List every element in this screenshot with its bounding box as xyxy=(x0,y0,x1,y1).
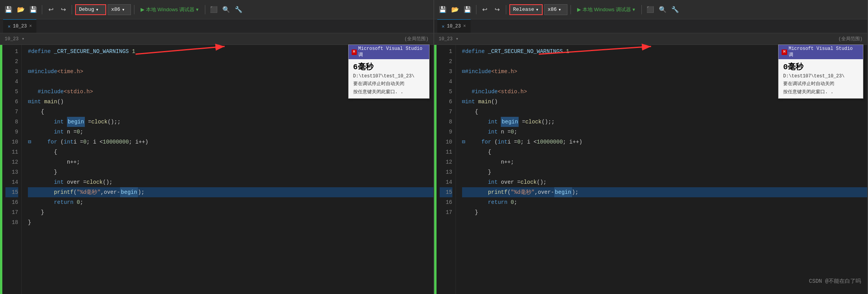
r-save-icon[interactable]: 💾 xyxy=(462,4,473,15)
right-location-bar: 10_23 ▾ (全局范围) xyxy=(434,33,868,45)
right-line-numbers: 1 2 3 4 5 6 7 8 9 10 11 12 13 14 15 16 1… xyxy=(437,45,456,294)
r-tools-icon[interactable]: 🔧 xyxy=(670,4,681,15)
r-separator-2 xyxy=(506,5,506,14)
right-popup-line1: D:\test107\test_10_23\ xyxy=(783,74,858,79)
popup-icon: M xyxy=(352,50,357,55)
right-line-12: n++; xyxy=(462,157,868,167)
left-line-17: } xyxy=(28,207,433,217)
right-location-path: 10_23 xyxy=(439,36,453,42)
right-line-14: int over = clock(); xyxy=(462,177,868,187)
watch-icon[interactable]: 🔍 xyxy=(221,4,232,15)
r-separator-1 xyxy=(476,5,476,14)
undo-icon[interactable]: ↩ xyxy=(45,4,56,15)
r-separator-3 xyxy=(571,5,571,14)
r-run-dropdown-icon: ▾ xyxy=(633,7,635,12)
left-location-chevron: ▾ xyxy=(22,36,24,42)
arch-label-right: x86 xyxy=(548,7,557,12)
left-tab-close[interactable]: × xyxy=(29,24,32,29)
r-redo-icon[interactable]: ↪ xyxy=(492,4,503,15)
right-popup-line3: 按任意键关闭此窗口. . xyxy=(783,89,858,95)
breakpoint-icon[interactable]: ⬛ xyxy=(208,4,219,15)
right-line-16: return 0; xyxy=(462,197,868,207)
tools-icon[interactable]: 🔧 xyxy=(233,4,244,15)
kw-define: #define xyxy=(28,46,51,56)
watermark: CSDN @不能在白了吗 xyxy=(809,278,861,285)
left-line-16: return 0; xyxy=(28,197,433,207)
config-dropdown-right[interactable]: Release ▾ xyxy=(509,4,543,15)
left-location-bar: 10_23 ▾ (全局范围) xyxy=(0,33,433,45)
fold-6: ⊟ xyxy=(28,97,31,107)
hl-begin-left-15: begin xyxy=(120,187,138,197)
kw-int-main: int xyxy=(31,97,41,107)
left-tab-item[interactable]: ✕ 10_23 × xyxy=(3,19,36,33)
right-line-13: } xyxy=(462,167,868,177)
left-tab-bar: ✕ 10_23 × xyxy=(0,19,433,33)
config-dropdown-left[interactable]: Debug ▾ xyxy=(75,4,106,15)
left-line-12: n++; xyxy=(28,157,433,167)
run-button-right[interactable]: 本地 Windows 调试器 ▾ xyxy=(574,4,638,15)
open-icon[interactable]: 📂 xyxy=(15,4,26,15)
kw-include: #include xyxy=(31,67,57,77)
save-icon[interactable]: 💾 xyxy=(28,4,39,15)
right-tab-label: 10_23 xyxy=(447,24,461,29)
kw-include2: #include xyxy=(38,87,64,97)
run-button-left[interactable]: 本地 Windows 调试器 ▾ xyxy=(138,4,202,15)
left-popup-line2: 要在调试停止时自动关闭 xyxy=(353,80,425,87)
r-breakpoint-icon[interactable]: ⬛ xyxy=(645,4,656,15)
redo-icon[interactable]: ↪ xyxy=(58,4,69,15)
fn-main: main xyxy=(44,97,57,107)
num-1: 1 xyxy=(132,46,135,56)
left-line-11: { xyxy=(28,147,433,157)
right-tab-close[interactable]: × xyxy=(463,24,466,29)
right-popup: M Microsoft Visual Studio 调 0毫秒 D:\test1… xyxy=(778,44,863,99)
left-line-15: printf("%d毫秒",over-begin); xyxy=(28,187,433,197)
hl-begin-right: begin xyxy=(501,117,519,127)
separator-3 xyxy=(134,5,134,14)
left-tab-label: 10_23 xyxy=(13,24,27,29)
hl-begin-left: begin xyxy=(67,117,85,127)
arch-chevron-icon: ▾ xyxy=(122,7,125,13)
left-line-14: int over = clock(); xyxy=(28,177,433,187)
right-popup-title: M Microsoft Visual Studio 调 xyxy=(779,45,863,59)
right-line-8: int begin = clock();; xyxy=(462,117,868,127)
r-chevron-down-icon: ▾ xyxy=(536,7,539,13)
right-scope-label: (全局范围) xyxy=(839,36,863,42)
right-line-9: int n = 0; xyxy=(462,127,868,137)
hl-begin-right-15: begin xyxy=(554,187,572,197)
r-watch-icon[interactable]: 🔍 xyxy=(657,4,668,15)
run-label-left: 本地 Windows 调试器 xyxy=(146,6,194,13)
str-stdio: <stdio.h> xyxy=(64,87,93,97)
right-tab-bar: ✕ 10_23 × xyxy=(434,19,868,33)
config-label-left: Debug xyxy=(79,7,94,12)
r-tab-icon: ✕ xyxy=(442,24,445,29)
right-popup-time: 0毫秒 xyxy=(783,62,858,72)
left-popup-title: M Microsoft Visual Studio 调 xyxy=(349,45,429,59)
r-undo-icon[interactable]: ↩ xyxy=(480,4,490,15)
arch-dropdown-left[interactable]: x86 ▾ xyxy=(108,4,131,15)
r-open-icon[interactable]: 📂 xyxy=(450,4,461,15)
fold-3: ⊟ xyxy=(28,67,31,77)
separator-2 xyxy=(72,5,72,14)
separator-1 xyxy=(42,5,42,14)
main-container: 💾 📂 💾 ↩ ↪ Debug ▾ x86 ▾ 本地 Windows 调试器 ▾… xyxy=(0,0,868,294)
left-location-path: 10_23 xyxy=(5,36,19,42)
fold-10: ⊟ xyxy=(28,137,31,147)
left-line-18: } xyxy=(28,217,433,227)
right-tab-item[interactable]: ✕ 10_23 × xyxy=(437,19,471,33)
left-line-9: int n = 0; xyxy=(28,127,433,137)
save-all-icon[interactable]: 💾 xyxy=(3,4,14,15)
arch-dropdown-right[interactable]: x86 ▾ xyxy=(544,4,567,15)
r-popup-icon: M xyxy=(782,50,787,55)
r-save-all-icon[interactable]: 💾 xyxy=(437,4,448,15)
r-arch-chevron-icon: ▾ xyxy=(558,7,561,13)
run-label-right: 本地 Windows 调试器 xyxy=(583,6,631,13)
left-popup-line1: D:\test107\test_10_23\ xyxy=(353,74,425,79)
right-line-7: { xyxy=(462,107,868,117)
right-panel: 💾 📂 💾 ↩ ↪ Release ▾ x86 ▾ 本地 Windows 调试器… xyxy=(434,0,868,294)
left-line-7: { xyxy=(28,107,433,117)
left-scope-label: (全局范围) xyxy=(404,36,428,42)
config-label-right: Release xyxy=(513,7,535,12)
right-line-10: ⊟ for (int i = 0; i < 10000000; i++) xyxy=(462,137,868,147)
left-popup: M Microsoft Visual Studio 调 6毫秒 D:\test1… xyxy=(348,44,430,99)
right-line-11: { xyxy=(462,147,868,157)
